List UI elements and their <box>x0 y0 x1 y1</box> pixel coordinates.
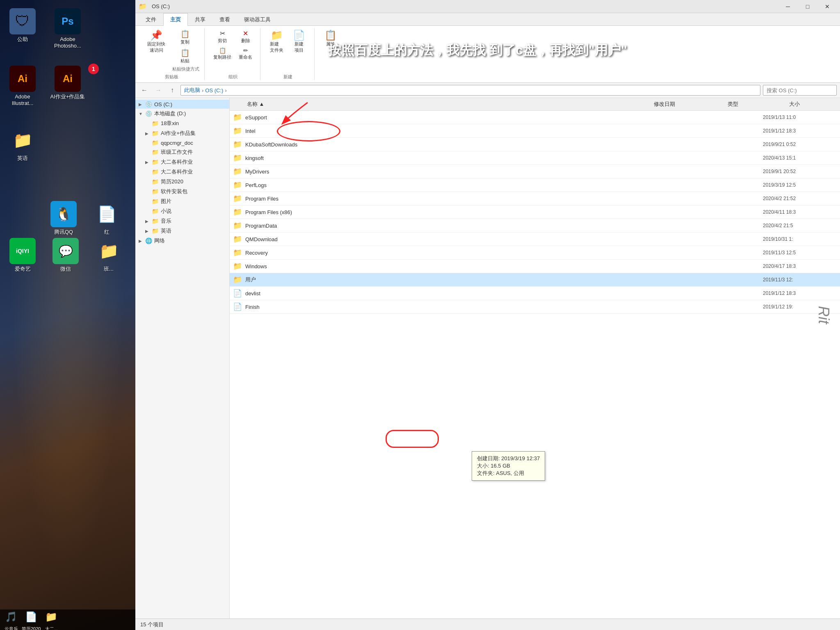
properties-icon: 📋 <box>324 30 337 40</box>
file-row-mydrivers[interactable]: 📁 MyDrivers 2019/9/1 20:52 <box>230 165 840 178</box>
cut-copy-group: ✂ 剪切 📋 复制路径 <box>210 28 234 62</box>
tab-home[interactable]: 主页 <box>163 13 188 26</box>
expand-yingyu: ▶ <box>145 229 152 233</box>
minimize-button[interactable]: ─ <box>778 0 797 13</box>
new-item-icon: 📄 <box>293 30 305 40</box>
back-button[interactable]: ← <box>139 84 150 96</box>
col-header-name[interactable]: 名称 ▲ <box>245 100 652 109</box>
file-row-qmdownload[interactable]: 📁 QMDownload 2019/10/31 1: <box>230 233 840 246</box>
desktop-icon-ban[interactable]: 📁 班... <box>90 238 127 272</box>
mydrivers-name: MyDrivers <box>245 169 763 175</box>
yingyu-folder-icon: 📁 <box>9 127 36 153</box>
tooltip-line2: 大小: 16.5 GB <box>477 462 540 470</box>
file-row-recovery[interactable]: 📁 Recovery 2019/11/3 12:5 <box>230 246 840 260</box>
delete-button[interactable]: ✕ 删除 <box>236 28 255 45</box>
desktop-icon-hong[interactable]: 📄 红 <box>88 201 125 235</box>
col-header-date[interactable]: 修改日期 <box>652 100 726 109</box>
tree-item-ruanjian[interactable]: 📁 软件安装包 <box>135 187 229 196</box>
desktop-icon-yingyu[interactable]: 📁 英语 <box>4 127 41 162</box>
file-row-kingsoft[interactable]: 📁 kingsoft 2020/4/13 15:1 <box>230 151 840 165</box>
tab-share[interactable]: 共享 <box>188 13 212 26</box>
desktop-icon-aizuoye[interactable]: Ai AI作业+作品集 <box>49 66 86 100</box>
up-button[interactable]: ↑ <box>167 84 178 96</box>
esupport-name: eSupport <box>245 114 763 121</box>
qqpcmgr-folder-icon: 📁 <box>152 139 159 146</box>
tab-view[interactable]: 查看 <box>212 13 237 26</box>
file-row-perflogs[interactable]: 📁 PerfLogs 2019/3/19 12:5 <box>230 178 840 192</box>
tree-item-network[interactable]: ▶ 🌐 网络 <box>135 236 229 246</box>
programfilesx86-name: Program Files (x86) <box>245 209 763 215</box>
file-row-program-files-x86[interactable]: 📁 Program Files (x86) 2020/4/11 18:3 <box>230 205 840 219</box>
taskbar-item-daer[interactable]: 📁 大二... <box>42 608 60 630</box>
tree-item-aizuoye[interactable]: ▶ 📁 AI作业+作品集 <box>135 128 229 138</box>
photoshop-icon: Ps <box>55 8 81 34</box>
tree-item-18zhang[interactable]: 📁 18章xin <box>135 119 229 128</box>
tree-item-da2kemu[interactable]: ▶ 📁 大二各科作业 <box>135 157 229 167</box>
locald-disk-icon: 💿 <box>145 110 153 117</box>
tab-drive-tools[interactable]: 驱动器工具 <box>237 13 278 26</box>
tab-file[interactable]: 文件 <box>139 13 163 26</box>
file-row-users[interactable]: 📁 用户 2019/11/3 12: <box>230 273 840 287</box>
tree-item-da2kemu2[interactable]: 📁 大二各科作业 <box>135 167 229 177</box>
breadcrumb-computer[interactable]: 此电脑 <box>184 87 200 94</box>
tree-item-yinyue[interactable]: ▶ 📁 音乐 <box>135 216 229 226</box>
file-row-windows[interactable]: 📁 Windows 2020/4/17 18:3 <box>230 260 840 273</box>
col-header-type[interactable]: 类型 <box>726 100 788 109</box>
desktop-icon-iqiyi[interactable]: iQIYI 爱奇艺 <box>4 238 41 272</box>
tree-item-yingyu[interactable]: ▶ 📁 英语 <box>135 226 229 236</box>
new-items: 📁 新建文件夹 📄 新建项目 <box>266 28 309 72</box>
file-list: 名称 ▲ 修改日期 类型 大小 📁 eSupport 2019/1/13 11:… <box>230 98 840 619</box>
file-row-programdata[interactable]: 📁 ProgramData 2020/4/2 21:5 <box>230 219 840 233</box>
organize-group-label: 组织 <box>228 73 237 80</box>
programdata-name: ProgramData <box>245 223 763 229</box>
forward-button[interactable]: → <box>153 84 164 96</box>
tree-item-banji[interactable]: 📁 班级工作文件 <box>135 147 229 157</box>
paste-label: 粘贴 <box>180 58 189 64</box>
paste-button[interactable]: 📋 粘贴 <box>171 47 199 65</box>
new-item-button[interactable]: 📄 新建项目 <box>289 28 309 55</box>
kingsoft-icon: 📁 <box>233 153 243 162</box>
18zhang-label: 18章xin <box>161 120 179 127</box>
desktop-icon-photoshop[interactable]: Ps AdobePhotosho... <box>49 8 86 49</box>
tree-item-qqpcmgr[interactable]: 📁 qqpcmgr_doc <box>135 138 229 147</box>
desktop-icon-weixin[interactable]: 💬 微信 <box>47 238 84 272</box>
tree-item-tupian[interactable]: 📁 图片 <box>135 196 229 206</box>
file-row-intel[interactable]: 📁 Intel 2019/1/12 18:3 <box>230 124 840 138</box>
clipboard-group-label: 剪贴板 <box>165 73 178 80</box>
photoshop-label: AdobePhotosho... <box>54 36 81 49</box>
tooltip-users: 创建日期: 2019/3/19 12:37 大小: 16.5 GB 文件夹: A… <box>472 451 545 481</box>
copy-path-button[interactable]: 📋 复制路径 <box>210 46 234 62</box>
tupian-folder-icon: 📁 <box>152 198 159 205</box>
tree-item-jianli[interactable]: 📁 简历2020 <box>135 177 229 187</box>
file-row-devlist[interactable]: 📄 devlist 2019/1/12 18:3 <box>230 287 840 300</box>
desktop-icon-illustrator[interactable]: Ai AdobeIllustrat... <box>4 66 41 106</box>
yingyu-label-tree: 英语 <box>161 227 171 235</box>
pin-button[interactable]: 📌 固定到快速访问 <box>144 28 169 55</box>
address-bar: ← → ↑ 此电脑 › OS (C:) › <box>135 83 840 98</box>
taskbar-item-yinyue[interactable]: 🎵 云音乐 <box>2 608 20 630</box>
file-row-kduba[interactable]: 📁 KDubaSoftDownloads 2019/9/21 0:52 <box>230 138 840 151</box>
network-label: 网络 <box>154 237 165 244</box>
tree-item-local-d[interactable]: ▼ 💿 本地磁盘 (D:) <box>135 109 229 119</box>
tree-item-osc[interactable]: ▶ 💿 OS (C:) <box>135 100 229 109</box>
copy-button[interactable]: 📋 复制 <box>171 28 199 46</box>
desktop-icon-qq[interactable]: 🐧 腾讯QQ <box>45 201 82 235</box>
rit-label: Rit <box>815 306 832 324</box>
file-row-program-files[interactable]: 📁 Program Files 2020/4/2 21:52 <box>230 192 840 205</box>
file-row-finish[interactable]: 📄 Finish 2019/1/12 19: <box>230 300 840 314</box>
rename-button[interactable]: ✏ 重命名 <box>236 46 255 62</box>
tree-item-xiaoshuo[interactable]: 📁 小说 <box>135 206 229 216</box>
file-row-esupport[interactable]: 📁 eSupport 2019/1/13 11:0 <box>230 111 840 124</box>
aizuoye-icon: Ai <box>55 66 81 92</box>
properties-button[interactable]: 📋 属性 <box>320 28 341 49</box>
illustrator-label: AdobeIllustrat... <box>12 94 34 106</box>
breadcrumb-osc[interactable]: OS (C:) <box>205 87 223 94</box>
new-folder-button[interactable]: 📁 新建文件夹 <box>266 28 287 55</box>
ruanjian-label: 软件安装包 <box>161 188 187 195</box>
taskbar-item-jianli[interactable]: 📄 简历2020 <box>22 608 41 630</box>
recovery-name: Recovery <box>245 250 763 256</box>
desktop-icon-gongneng[interactable]: 🛡 公助 <box>4 8 41 43</box>
cut-button[interactable]: ✂ 剪切 <box>210 28 234 45</box>
address-path[interactable]: 此电脑 › OS (C:) › <box>180 85 760 96</box>
qqpcmgr-label: qqpcmgr_doc <box>161 140 193 146</box>
